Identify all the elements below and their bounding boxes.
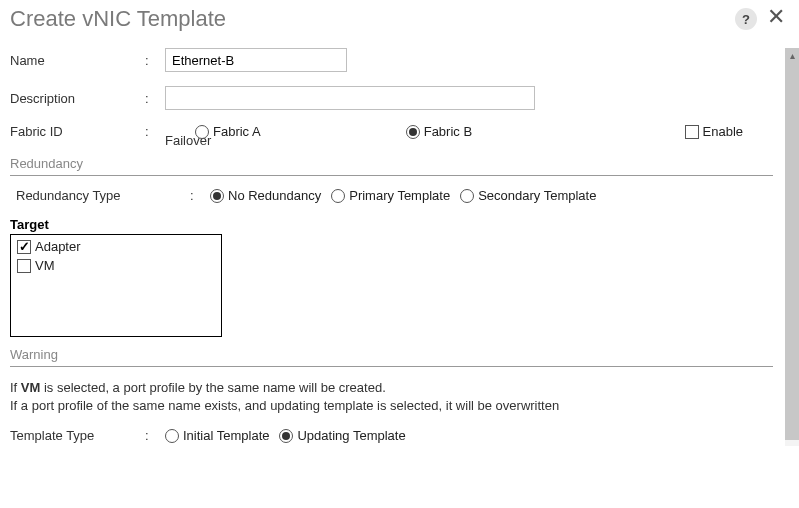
template-type-label: Template Type <box>10 428 145 443</box>
row-fabric-id: Fabric ID : Fabric A Fabric B Enable <box>10 124 773 139</box>
enable-label: Enable <box>703 124 743 139</box>
checkbox-icon <box>17 240 31 254</box>
warn-line2: If a port profile of the same name exist… <box>10 397 773 415</box>
warning-text: If VM is selected, a port profile by the… <box>10 379 773 414</box>
checkbox-enable-failover[interactable]: Enable <box>685 124 743 139</box>
target-label: Target <box>10 217 773 232</box>
checkbox-icon <box>685 125 699 139</box>
name-input[interactable] <box>165 48 347 72</box>
primary-template-label: Primary Template <box>349 188 450 203</box>
scrollbar-thumb[interactable] <box>785 48 799 440</box>
warning-section-title: Warning <box>10 347 773 362</box>
radio-icon <box>279 429 293 443</box>
row-name: Name : <box>10 48 773 72</box>
radio-fabric-b[interactable]: Fabric B <box>406 124 472 139</box>
section-divider <box>10 175 773 176</box>
vm-label: VM <box>35 258 55 273</box>
colon: : <box>145 53 165 68</box>
radio-secondary-template[interactable]: Secondary Template <box>460 188 596 203</box>
target-item-adapter[interactable]: Adapter <box>17 239 215 254</box>
dialog-title: Create vNIC Template <box>10 6 226 32</box>
radio-initial-template[interactable]: Initial Template <box>165 428 269 443</box>
help-button[interactable]: ? <box>735 8 757 30</box>
row-description: Description : <box>10 86 773 110</box>
redundancy-section-title: Redundancy <box>10 156 773 171</box>
updating-template-label: Updating Template <box>297 428 405 443</box>
close-icon[interactable]: ✕ <box>767 6 785 28</box>
radio-updating-template[interactable]: Updating Template <box>279 428 405 443</box>
colon: : <box>145 428 165 443</box>
adapter-label: Adapter <box>35 239 81 254</box>
initial-template-label: Initial Template <box>183 428 269 443</box>
warn-line1-b: VM <box>21 380 41 395</box>
colon: : <box>145 124 165 139</box>
radio-primary-template[interactable]: Primary Template <box>331 188 450 203</box>
dialog-content: Name : Description : Fabric ID : Fabric … <box>10 48 777 508</box>
no-redundancy-label: No Redundancy <box>228 188 321 203</box>
radio-icon <box>406 125 420 139</box>
scroll-up-icon[interactable]: ▴ <box>785 50 799 61</box>
row-redundancy-type: Redundancy Type : No Redundancy Primary … <box>10 188 773 203</box>
radio-icon <box>165 429 179 443</box>
name-label: Name <box>10 53 145 68</box>
radio-icon <box>460 189 474 203</box>
target-listbox[interactable]: Adapter VM <box>10 234 222 337</box>
radio-fabric-a[interactable]: Fabric A <box>195 124 261 139</box>
checkbox-icon <box>17 259 31 273</box>
target-item-vm[interactable]: VM <box>17 258 215 273</box>
fabric-a-label: Fabric A <box>213 124 261 139</box>
colon: : <box>190 188 210 203</box>
section-divider <box>10 366 773 367</box>
redundancy-type-label: Redundancy Type <box>10 188 190 203</box>
radio-icon <box>331 189 345 203</box>
row-template-type: Template Type : Initial Template Updatin… <box>10 428 773 443</box>
colon: : <box>145 91 165 106</box>
secondary-template-label: Secondary Template <box>478 188 596 203</box>
radio-icon <box>195 125 209 139</box>
warn-line1-c: is selected, a port profile by the same … <box>40 380 385 395</box>
warn-line1-a: If <box>10 380 21 395</box>
fabric-b-label: Fabric B <box>424 124 472 139</box>
description-input[interactable] <box>165 86 535 110</box>
radio-no-redundancy[interactable]: No Redundancy <box>210 188 321 203</box>
radio-icon <box>210 189 224 203</box>
fabric-label: Fabric ID <box>10 124 145 139</box>
description-label: Description <box>10 91 145 106</box>
